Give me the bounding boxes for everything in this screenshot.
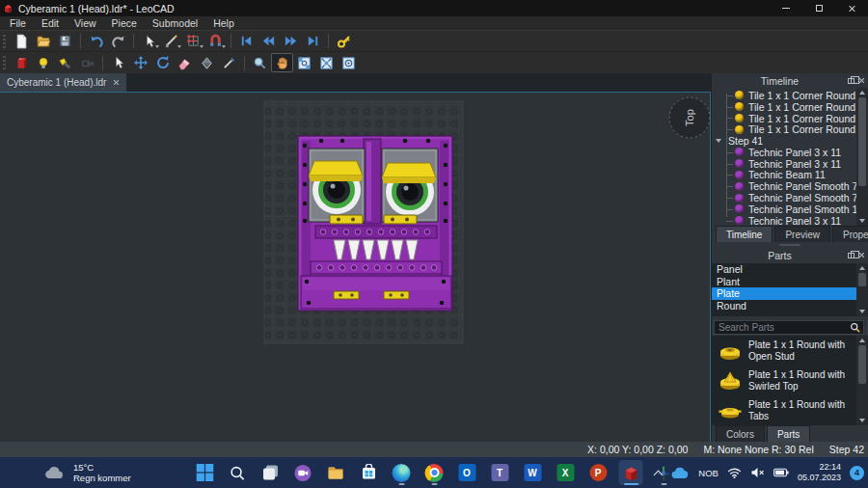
scroll-down-icon[interactable] bbox=[859, 310, 865, 313]
open-file-button[interactable] bbox=[32, 32, 54, 51]
category-round[interactable]: Round bbox=[712, 300, 868, 312]
powerpoint-button[interactable]: P bbox=[586, 460, 610, 485]
part-list-item[interactable]: Plate 1 x 1 Round with Tabs bbox=[712, 395, 868, 425]
collapse-chevron-icon[interactable] bbox=[716, 139, 721, 143]
outlook-button[interactable]: O bbox=[455, 460, 479, 485]
insert-camera-button[interactable] bbox=[76, 53, 98, 72]
delete-tool-button[interactable] bbox=[174, 53, 196, 72]
zoom-tool-button[interactable] bbox=[249, 53, 271, 72]
add-keys-button[interactable] bbox=[333, 32, 355, 51]
timeline-item[interactable]: Tile 1 x 1 Corner Round bbox=[712, 90, 868, 101]
move-snap-button[interactable] bbox=[160, 32, 182, 51]
paint-tool-button[interactable] bbox=[196, 53, 218, 72]
timeline-item[interactable]: Technic Beam 11 bbox=[712, 170, 868, 181]
close-panel-icon[interactable] bbox=[858, 252, 865, 258]
taskbar-search-button[interactable] bbox=[226, 460, 250, 485]
new-file-button[interactable] bbox=[10, 32, 32, 51]
category-plate[interactable]: Plate bbox=[712, 287, 868, 300]
maximize-button[interactable] bbox=[802, 0, 835, 16]
tab-close-icon[interactable] bbox=[113, 79, 120, 86]
tab-colors[interactable]: Colors bbox=[716, 425, 765, 442]
zoom-region-button[interactable] bbox=[293, 53, 315, 72]
insert-piece-button[interactable] bbox=[10, 53, 32, 72]
timeline-item[interactable]: Technic Panel 3 x 11 bbox=[712, 158, 868, 170]
tab-properties[interactable]: Properties bbox=[832, 226, 868, 242]
speaker-muted-icon[interactable] bbox=[750, 467, 765, 478]
timeline-scrollbar[interactable] bbox=[856, 88, 868, 226]
search-box[interactable] bbox=[714, 320, 864, 335]
scroll-down-icon[interactable] bbox=[859, 419, 865, 422]
category-scrollbar[interactable] bbox=[856, 263, 868, 316]
scroll-up-icon[interactable] bbox=[859, 266, 865, 270]
menu-edit[interactable]: Edit bbox=[34, 17, 67, 29]
color-picker-button[interactable] bbox=[218, 53, 240, 72]
language-indicator[interactable]: NOB bbox=[698, 468, 719, 478]
last-step-button[interactable] bbox=[302, 32, 324, 51]
timeline-item[interactable]: Tile 1 x 1 Corner Round bbox=[712, 101, 868, 113]
taskbar-weather-widget[interactable]: 15°C Regn kommer bbox=[44, 457, 131, 488]
timeline-item[interactable]: Tile 1 x 1 Corner Round bbox=[712, 123, 868, 135]
scrollbar-thumb[interactable] bbox=[858, 345, 866, 384]
chrome-button[interactable] bbox=[422, 460, 447, 485]
onedrive-icon[interactable] bbox=[670, 467, 690, 479]
move-tool-button[interactable] bbox=[129, 53, 151, 72]
leocad-taskbar-button[interactable] bbox=[619, 460, 643, 485]
undock-icon[interactable] bbox=[848, 78, 854, 84]
category-panel[interactable]: Panel bbox=[712, 263, 868, 276]
selection-mode-button[interactable] bbox=[138, 32, 160, 51]
microsoft-store-button[interactable] bbox=[357, 460, 381, 485]
timeline-header[interactable]: Timeline bbox=[712, 73, 868, 88]
tab-timeline[interactable]: Timeline bbox=[716, 226, 773, 242]
undock-icon[interactable] bbox=[848, 253, 854, 258]
title-bar[interactable]: Cyberamic 1 (Head).ldr* - LeoCAD bbox=[0, 0, 868, 16]
timeline-item[interactable]: Technic Panel 3 x 11 bbox=[712, 215, 868, 226]
scrollbar-thumb[interactable] bbox=[858, 273, 866, 286]
model-viewport[interactable]: Top bbox=[0, 92, 711, 442]
category-plant[interactable]: Plant bbox=[712, 276, 868, 288]
tab-preview[interactable]: Preview bbox=[774, 226, 830, 242]
tab-parts[interactable]: Parts bbox=[767, 425, 810, 442]
menu-view[interactable]: View bbox=[67, 17, 104, 29]
taskbar-clock[interactable]: 22:14 05.07.2023 bbox=[798, 462, 841, 484]
toolbar-grip[interactable] bbox=[3, 35, 6, 48]
timeline-item[interactable]: Technic Panel Smooth 7 ... bbox=[712, 180, 868, 192]
chat-button[interactable] bbox=[291, 460, 315, 485]
menu-submodel[interactable]: Submodel bbox=[145, 17, 205, 29]
look-at-button[interactable] bbox=[338, 53, 360, 72]
part-list-item[interactable]: Plate 1 x 1 Round with Swirled Top bbox=[712, 366, 868, 395]
scroll-down-icon[interactable] bbox=[859, 219, 865, 223]
snap-angle-button[interactable] bbox=[204, 32, 227, 51]
edge-button[interactable] bbox=[390, 460, 414, 485]
timeline-item[interactable]: Technic Panel Smooth 11... bbox=[712, 203, 868, 215]
search-input[interactable] bbox=[715, 322, 850, 333]
rotate-tool-button[interactable] bbox=[151, 53, 174, 72]
tray-overflow-chevron-icon[interactable] bbox=[655, 470, 662, 476]
document-tab[interactable]: Cyberamic 1 (Head).ldr bbox=[0, 73, 126, 92]
timeline-step-group[interactable]: Step 41 bbox=[712, 135, 868, 147]
insert-light-button[interactable] bbox=[32, 53, 54, 72]
excel-button[interactable]: X bbox=[554, 460, 578, 485]
file-explorer-button[interactable] bbox=[324, 460, 348, 485]
battery-icon[interactable] bbox=[773, 468, 789, 477]
next-step-button[interactable] bbox=[280, 32, 302, 51]
parts-scrollbar[interactable] bbox=[856, 336, 868, 425]
wifi-icon[interactable] bbox=[727, 467, 742, 478]
toolbar-grip[interactable] bbox=[3, 56, 6, 69]
task-view-button[interactable] bbox=[258, 460, 283, 485]
timeline-item[interactable]: Technic Panel Smooth 7 ... bbox=[712, 192, 868, 203]
scrollbar-thumb[interactable] bbox=[858, 97, 866, 186]
timeline-item[interactable]: Technic Panel 3 x 11 bbox=[712, 147, 868, 158]
redo-button[interactable] bbox=[107, 32, 129, 51]
menu-help[interactable]: Help bbox=[205, 17, 242, 29]
menu-piece[interactable]: Piece bbox=[104, 17, 145, 29]
snap-grid-button[interactable] bbox=[182, 32, 204, 51]
insert-spotlight-button[interactable] bbox=[54, 53, 76, 72]
notification-badge[interactable]: 4 bbox=[850, 466, 864, 480]
timeline-item[interactable]: Tile 1 x 1 Corner Round bbox=[712, 113, 868, 124]
part-list-item[interactable]: Plate 1 x 1 Round with Open Stud bbox=[712, 336, 868, 366]
start-button[interactable] bbox=[193, 460, 217, 485]
undo-button[interactable] bbox=[85, 32, 107, 51]
first-step-button[interactable] bbox=[235, 32, 258, 51]
view-indicator[interactable]: Top bbox=[669, 97, 710, 138]
parts-header[interactable]: Parts bbox=[712, 248, 868, 262]
